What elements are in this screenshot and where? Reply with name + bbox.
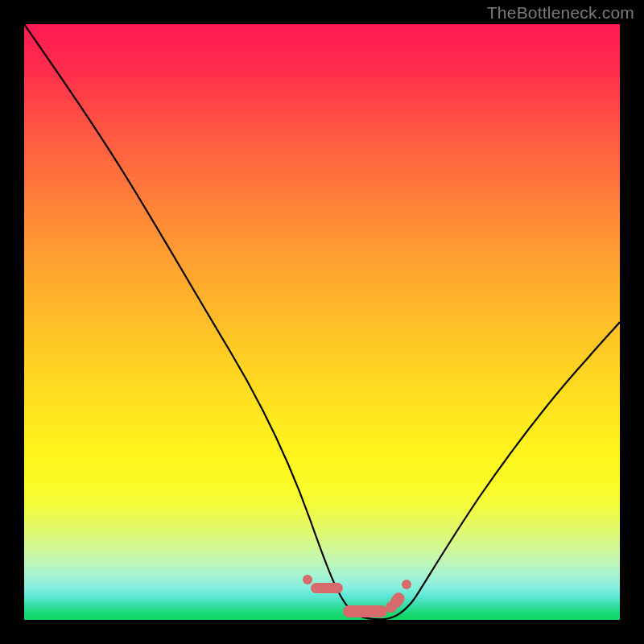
- chart-frame: TheBottleneck.com: [0, 0, 644, 644]
- attribution-text: TheBottleneck.com: [487, 3, 634, 23]
- svg-rect-1: [311, 583, 343, 593]
- plot-area: [24, 24, 620, 620]
- curve-layer: [24, 24, 620, 620]
- svg-point-5: [402, 580, 411, 589]
- svg-rect-2: [343, 605, 387, 617]
- bottleneck-curve: [24, 24, 620, 619]
- sweet-spot-markers: [303, 575, 411, 617]
- svg-point-0: [303, 575, 312, 584]
